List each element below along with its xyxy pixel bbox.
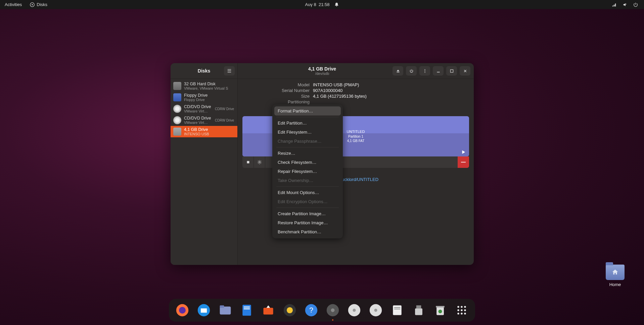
disk-item-floppy[interactable]: Floppy DriveFloppy Drive <box>171 92 237 103</box>
cd-icon <box>173 116 181 124</box>
size-label: Size <box>242 94 310 99</box>
menu-separator <box>276 117 339 117</box>
dock-writer[interactable] <box>239 303 254 318</box>
disk-name: 32 GB Hard Disk <box>184 82 228 86</box>
minimize-button[interactable] <box>433 66 444 76</box>
activities-button[interactable]: Activities <box>5 2 22 7</box>
unmount-button[interactable] <box>242 156 254 168</box>
maximize-icon <box>450 69 454 73</box>
menu-edit-partition[interactable]: Edit Partition… <box>274 119 341 128</box>
cd-icon <box>173 105 181 113</box>
menu-check-filesystem[interactable]: Check Filesystem… <box>274 158 341 167</box>
svg-rect-7 <box>247 161 249 164</box>
close-button[interactable] <box>460 66 470 76</box>
disk-name: Floppy Drive <box>184 93 208 98</box>
header-title-block: 4,1 GB Drive /dev/sdb <box>308 66 336 76</box>
svg-rect-32 <box>416 305 421 308</box>
size-value: 4,1 GB (4127195136 bytes) <box>313 94 367 99</box>
menu-separator <box>276 207 339 208</box>
dock-thunderbird[interactable] <box>196 303 211 318</box>
delete-partition-button[interactable] <box>458 156 469 168</box>
svg-text:?: ? <box>309 306 313 314</box>
disk-item-usb[interactable]: 4,1 GB DriveINTENSO USB <box>171 126 237 137</box>
eject-icon <box>396 69 400 73</box>
drive-menu-button[interactable] <box>419 66 430 76</box>
svg-point-8 <box>259 161 260 163</box>
menu-benchmark[interactable]: Benchmark Partition… <box>274 227 341 236</box>
usb-icon <box>173 128 181 136</box>
floppy-icon <box>173 93 181 101</box>
header-title: 4,1 GB Drive <box>308 66 336 72</box>
svg-rect-9 <box>461 162 466 162</box>
dock-rhythmbox[interactable] <box>282 303 297 318</box>
menu-resize[interactable]: Resize… <box>274 149 341 158</box>
disk-sub: INTENSO USB <box>184 132 209 136</box>
svg-rect-29 <box>393 305 401 315</box>
content-header: 4,1 GB Drive /dev/sdb <box>238 63 474 79</box>
stop-icon <box>246 160 250 165</box>
menu-create-image[interactable]: Create Partition Image… <box>274 209 341 218</box>
close-icon <box>463 69 467 73</box>
serial-value: 907A10000040 <box>313 88 342 93</box>
dock-cd1[interactable] <box>347 303 362 318</box>
menu-separator <box>276 147 339 147</box>
hamburger-button[interactable] <box>224 66 235 76</box>
disk-item-cd2[interactable]: CD/DVD DriveVMware Virt… CDRW Drive <box>171 114 237 126</box>
menu-repair-filesystem[interactable]: Repair Filesystem… <box>274 167 341 176</box>
eject-button[interactable] <box>393 66 403 76</box>
svg-rect-31 <box>394 309 400 309</box>
menu-edit-encryption: Edit Encryption Options… <box>274 197 341 206</box>
disks-icon <box>30 2 35 7</box>
home-label: Home <box>606 282 625 287</box>
clock[interactable]: Αυγ 8 21:58 <box>305 2 330 7</box>
disk-extra: CDRW Drive <box>215 107 235 111</box>
header-sub: /dev/sdb <box>308 72 336 76</box>
volume-icon[interactable] <box>623 2 627 7</box>
notifications-icon[interactable] <box>334 2 339 7</box>
dock-usb-drive[interactable] <box>411 303 426 318</box>
dock-disks[interactable] <box>325 303 340 318</box>
dock-files[interactable] <box>218 303 233 318</box>
mount-icon[interactable] <box>461 150 466 154</box>
disk-item-hdd[interactable]: 32 GB Hard DiskVMware, VMware Virtual S <box>171 80 237 92</box>
dock-software[interactable] <box>261 303 276 318</box>
network-icon[interactable] <box>612 2 616 7</box>
disk-sub: Floppy Drive <box>184 98 208 102</box>
serial-label: Serial Number <box>242 88 310 93</box>
svg-point-24 <box>331 309 335 312</box>
dock-trash[interactable] <box>433 303 448 318</box>
dock-firefox[interactable] <box>175 303 190 318</box>
dock-help[interactable]: ? <box>304 303 319 318</box>
svg-point-37 <box>457 306 459 308</box>
disk-item-cd1[interactable]: CD/DVD DriveVMware Virt… CDRW Drive <box>171 103 237 114</box>
dock-cd2[interactable] <box>368 303 383 318</box>
svg-point-45 <box>464 313 466 314</box>
svg-point-26 <box>353 309 356 312</box>
dock-apps-grid[interactable] <box>454 303 469 318</box>
drive-power-button[interactable] <box>406 66 417 76</box>
app-name: Disks <box>37 2 47 7</box>
partitioning-label: Partitioning <box>242 99 310 104</box>
model-label: Model <box>242 82 310 87</box>
model-value: INTENSO USB (PMAP) <box>313 82 359 87</box>
dock: ? <box>169 299 475 322</box>
home-desktop-icon[interactable]: Home <box>606 265 625 287</box>
volume-settings-button[interactable] <box>254 156 265 168</box>
gear-icon <box>257 160 262 165</box>
app-indicator[interactable]: Disks <box>30 2 47 7</box>
minimize-icon <box>436 69 441 73</box>
disk-name: CD/DVD Drive <box>184 116 211 121</box>
menu-restore-image[interactable]: Restore Partition Image… <box>274 218 341 227</box>
dock-text-editor[interactable] <box>390 303 405 318</box>
menu-separator <box>276 186 339 187</box>
disk-name: CD/DVD Drive <box>184 104 211 109</box>
disk-sub: VMware, VMware Virtual S <box>184 86 228 90</box>
maximize-button[interactable] <box>446 66 457 76</box>
menu-edit-mount[interactable]: Edit Mount Options… <box>274 188 341 197</box>
svg-point-28 <box>374 309 377 312</box>
power-icon[interactable] <box>633 2 638 7</box>
hdd-icon <box>173 82 181 90</box>
menu-format-partition[interactable]: Format Partition… <box>274 106 341 115</box>
menu-edit-filesystem[interactable]: Edit Filesystem… <box>274 128 341 137</box>
svg-point-3 <box>424 71 425 71</box>
